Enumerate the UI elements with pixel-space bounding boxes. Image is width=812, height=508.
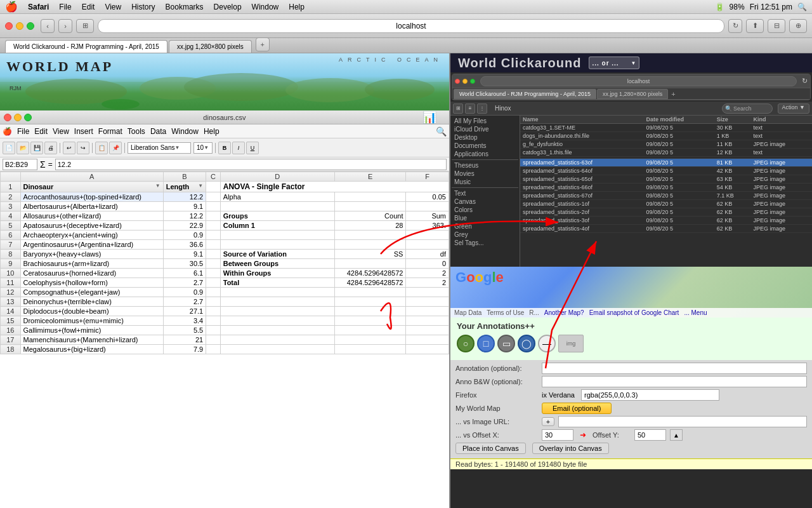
cell-c4[interactable] [206, 211, 221, 221]
cell-a15[interactable]: Dromiceolomimus+(emu+mimic) [20, 316, 163, 326]
cell-c6[interactable] [206, 231, 221, 240]
save-btn[interactable]: 💾 [30, 142, 43, 154]
fm-sidebar-grey[interactable]: Grey [452, 231, 518, 239]
cell-a1[interactable]: Dinosaur ▼ [20, 182, 163, 192]
new-btn[interactable]: 📄 [3, 142, 15, 154]
cell-f15[interactable] [406, 316, 449, 326]
cell-b7[interactable]: 36.6 [163, 240, 206, 250]
url-bar[interactable]: localhost [98, 19, 724, 33]
cell-f4[interactable]: Sum [406, 211, 449, 221]
cell-c14[interactable] [206, 307, 221, 316]
cell-c5[interactable] [206, 221, 221, 231]
reload-button[interactable]: ↻ [728, 19, 742, 33]
col-header-a[interactable]: A [20, 172, 163, 182]
cell-e4[interactable]: Count [334, 211, 406, 221]
copy-btn[interactable]: 📋 [95, 142, 108, 154]
fm-file-row[interactable]: spreadamed_statistics-1of09/08/20 562 KB… [520, 200, 812, 208]
lo-menu-insert[interactable]: Insert [74, 127, 93, 136]
inner-close[interactable] [455, 79, 460, 84]
cell-f2[interactable]: 0.05 [406, 192, 449, 202]
fm-file-row[interactable]: dogs_in-abundance.thi.file09/08/20 51 KB… [520, 132, 812, 140]
cell-d8[interactable]: Source of Variation [220, 250, 334, 259]
cell-e5[interactable]: 28 [334, 221, 406, 231]
zoom-in-button[interactable]: ⊕ [789, 19, 807, 33]
offset-x-input[interactable]: 30 [542, 429, 573, 441]
tab-2[interactable]: xx.jpg 1,280×800 pixels [169, 40, 252, 53]
cell-c3[interactable] [206, 202, 221, 211]
cell-f16[interactable] [406, 326, 449, 335]
cell-b16[interactable]: 5.5 [163, 326, 206, 335]
file-menu[interactable]: File [59, 3, 71, 11]
tool-ellipse[interactable]: ◯ [518, 335, 535, 352]
edit-menu[interactable]: Edit [82, 3, 95, 11]
cell-e18[interactable] [334, 345, 406, 354]
fm-search[interactable]: 🔍 Search [722, 104, 773, 114]
cell-f7[interactable] [406, 240, 449, 250]
lo-menu-tools[interactable]: Tools [128, 127, 145, 136]
maximize-button[interactable] [27, 22, 34, 30]
offset-y-spinner[interactable]: ▲ [670, 429, 683, 441]
cell-a12[interactable]: Compsognathus+(elegant+jaw) [20, 288, 163, 297]
share-button[interactable]: ⬆ [746, 19, 764, 33]
annotation-input[interactable] [542, 363, 807, 374]
cell-f3[interactable] [406, 202, 449, 211]
cell-value-input[interactable] [55, 159, 447, 170]
cell-e11[interactable]: 4284.5296428572 [334, 278, 406, 288]
map-data-link[interactable]: Map Data [454, 309, 481, 316]
cell-e13[interactable] [334, 297, 406, 307]
cell-e3[interactable] [334, 202, 406, 211]
minimize-button[interactable] [16, 22, 23, 30]
cell-b3[interactable]: 9.1 [163, 202, 206, 211]
print-btn[interactable]: 🖨 [44, 142, 57, 154]
fm-sidebar-movies[interactable]: Movies [452, 170, 518, 178]
cell-d10[interactable]: Within Groups [220, 269, 334, 278]
cell-reference-input[interactable] [3, 159, 37, 170]
cell-a2[interactable]: Acrocanthosaurus+(top-spined+lizard) [20, 192, 163, 202]
cell-a18[interactable]: Megalosaurus+(big+lizard) [20, 345, 163, 354]
cell-f11[interactable]: 2 [406, 278, 449, 288]
cell-b8[interactable]: 9.1 [163, 250, 206, 259]
cell-b9[interactable]: 30.5 [163, 259, 206, 269]
cell-d14[interactable] [220, 307, 334, 316]
cell-f18[interactable] [406, 345, 449, 354]
wc-select[interactable]: ... or ... ▼ [589, 57, 639, 69]
lo-menu-edit[interactable]: Edit [34, 127, 48, 136]
cell-e6[interactable] [334, 231, 406, 240]
cell-c18[interactable] [206, 345, 221, 354]
cell-e2[interactable] [334, 192, 406, 202]
cell-f5[interactable]: 363. [406, 221, 449, 231]
fm-file-row[interactable]: spreadamed_statistics-66of09/08/20 554 K… [520, 184, 812, 192]
cell-f9[interactable]: 0 [406, 259, 449, 269]
wc-dropdown[interactable]: ... or ... ▼ [589, 57, 639, 69]
cell-d6[interactable] [220, 231, 334, 240]
fm-sidebar-green[interactable]: Green [452, 222, 518, 231]
cell-e17[interactable] [334, 335, 406, 345]
cell-b14[interactable]: 27.1 [163, 307, 206, 316]
fm-view-list[interactable]: ≡ [465, 104, 475, 114]
fm-col-name[interactable]: Name [520, 116, 644, 124]
cell-a8[interactable]: Baryonyx+(heavy+claws) [20, 250, 163, 259]
cell-f17[interactable] [406, 335, 449, 345]
lo-menu-view[interactable]: View [53, 127, 69, 136]
inner-tab-2[interactable]: xx.jpg 1,280×800 pixels [597, 89, 668, 99]
cell-d3[interactable] [220, 202, 334, 211]
cell-a7[interactable]: Argentinosaurus+(Argentina+lizard) [20, 240, 163, 250]
fm-col-size[interactable]: Size [714, 116, 751, 124]
fm-file-row[interactable]: catdog33_1.SET-ME09/08/20 530 KBtext [520, 124, 812, 132]
cell-b6[interactable]: 0.9 [163, 231, 206, 240]
cell-c9[interactable] [206, 259, 221, 269]
cell-d7[interactable] [220, 240, 334, 250]
col-header-e[interactable]: E [334, 172, 406, 182]
cell-a17[interactable]: Mamenchisaurus+(Mamenchi+lizard) [20, 335, 163, 345]
cell-f12[interactable] [406, 288, 449, 297]
italic-btn[interactable]: I [232, 142, 245, 154]
fm-file-row[interactable]: spreadamed_statistics-3of09/08/20 562 KB… [520, 217, 812, 225]
cell-a9[interactable]: Brachiosaurus+(arm+lizard) [20, 259, 163, 269]
view-menu[interactable]: View [105, 3, 121, 11]
cell-b1[interactable]: Length ▼ [163, 182, 206, 192]
cell-b13[interactable]: 2.7 [163, 297, 206, 307]
tab-1[interactable]: World Clickaround - RJM Programming - Ap… [5, 40, 167, 53]
fm-sidebar-blue[interactable]: Blue [452, 214, 518, 222]
cell-e12[interactable] [334, 288, 406, 297]
lo-maximize[interactable] [24, 114, 32, 121]
